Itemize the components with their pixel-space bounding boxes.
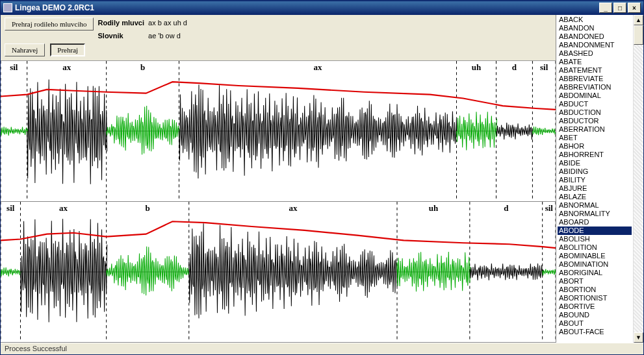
play-button[interactable]: Prehraj (50, 43, 85, 56)
native-speaker-label: Rodily mluvci (97, 19, 144, 27)
segment-label: uh (472, 62, 481, 73)
segment-label: uh (429, 203, 438, 214)
segment-label: sil (540, 62, 548, 73)
word-item[interactable]: ABODE (558, 226, 632, 235)
record-button[interactable]: Nahravej (5, 43, 45, 56)
segment-label: b (146, 203, 150, 214)
word-item[interactable]: ABOUT-FACE (558, 328, 632, 336)
word-item[interactable]: ABDUCTION (558, 108, 632, 117)
segment-label: sil (10, 62, 18, 73)
segment-label: ax (59, 203, 68, 214)
word-item[interactable]: ABOUND (558, 311, 632, 319)
word-item[interactable]: ABDOMINAL (558, 92, 632, 100)
status-bar: Process Successful (1, 343, 643, 354)
scroll-thumb[interactable] (634, 25, 643, 45)
play-native-button[interactable]: Prehraj rodileho mluvciho (5, 18, 94, 31)
word-item[interactable]: ABDUCT (558, 100, 632, 108)
word-item[interactable]: ABIDING (558, 167, 632, 176)
scroll-down-button[interactable]: ▼ (634, 332, 643, 343)
word-item[interactable]: ABLAZE (558, 193, 632, 201)
window-title: Lingea DEMO 2.0RC1 (15, 3, 94, 12)
word-item[interactable]: ABANDONMENT (558, 41, 632, 49)
segment-label: d (504, 203, 508, 214)
word-item[interactable]: ABORTIVE (558, 302, 632, 311)
word-item[interactable]: ABACK (558, 16, 632, 24)
segment-label: b (140, 62, 145, 73)
word-item[interactable]: ABOMINABLE (558, 252, 632, 260)
segment-label: d (512, 62, 517, 73)
word-item[interactable]: ABOLITION (558, 243, 632, 252)
word-item[interactable]: ABOUT (558, 319, 632, 328)
word-item[interactable]: ABANDONED (558, 32, 632, 41)
word-sidebar: ABACKABANDONABANDONEDABANDONMENTABASHEDA… (556, 15, 643, 343)
word-item[interactable]: ABATE (558, 58, 632, 66)
minimize-button[interactable]: _ (599, 3, 612, 13)
word-item[interactable]: ABORTION (558, 286, 632, 294)
word-item[interactable]: ABANDON (558, 24, 632, 32)
segment-label: ax (289, 203, 297, 214)
app-icon (3, 3, 12, 12)
record-toolbar: Nahravej Prehraj (1, 41, 556, 60)
word-item[interactable]: ABOARD (558, 218, 632, 226)
word-item[interactable]: ABIDE (558, 159, 632, 167)
dictionary-phonetics: ae 'b ow d (148, 32, 187, 40)
segment-label: ax (62, 62, 71, 73)
segment-label: sil (6, 203, 14, 214)
word-item[interactable]: ABATEMENT (558, 66, 632, 75)
word-item[interactable]: ABORIGINAL (558, 269, 632, 277)
word-item[interactable]: ABHOR (558, 142, 632, 151)
word-item[interactable]: ABHORRENT (558, 151, 632, 159)
word-list-scrollbar[interactable]: ▲ ▼ (633, 15, 643, 343)
word-item[interactable]: ABOLISH (558, 235, 632, 243)
dictionary-label: Slovnik (97, 32, 144, 40)
word-item[interactable]: ABILITY (558, 176, 632, 184)
word-list[interactable]: ABACKABANDONABANDONEDABANDONMENTABASHEDA… (556, 15, 633, 343)
word-item[interactable]: ABNORMALITY (558, 210, 632, 218)
scroll-up-button[interactable]: ▲ (634, 15, 643, 25)
waveform-plot-native: silaxbaxuhdsil (1, 61, 556, 202)
word-item[interactable]: ABORT (558, 277, 632, 286)
native-phonetics: ax b ax uh d (148, 19, 187, 27)
close-button[interactable]: × (628, 3, 641, 13)
segment-label: sil (545, 203, 553, 214)
top-toolbar: Prehraj rodileho mluvciho Rodily mluvci … (1, 15, 556, 41)
status-text: Process Successful (5, 345, 67, 352)
maximize-button[interactable]: □ (613, 3, 626, 13)
word-item[interactable]: ABERRATION (558, 125, 632, 134)
waveform-panel: silaxbaxuhdsil silaxbaxuhdsil (1, 60, 556, 343)
word-item[interactable]: ABORTIONIST (558, 294, 632, 302)
window-titlebar: Lingea DEMO 2.0RC1 _ □ × (1, 1, 643, 15)
word-item[interactable]: ABBREVIATION (558, 83, 632, 92)
word-item[interactable]: ABOMINATION (558, 260, 632, 269)
segment-label: ax (314, 62, 322, 73)
word-item[interactable]: ABET (558, 134, 632, 142)
word-item[interactable]: ABDUCTOR (558, 117, 632, 125)
word-item[interactable]: ABBREVIATE (558, 75, 632, 83)
word-item[interactable]: ABJURE (558, 184, 632, 193)
word-item[interactable]: ABNORMAL (558, 201, 632, 210)
waveform-plot-user: silaxbaxuhdsil (1, 202, 556, 343)
word-item[interactable]: ABASHED (558, 49, 632, 58)
